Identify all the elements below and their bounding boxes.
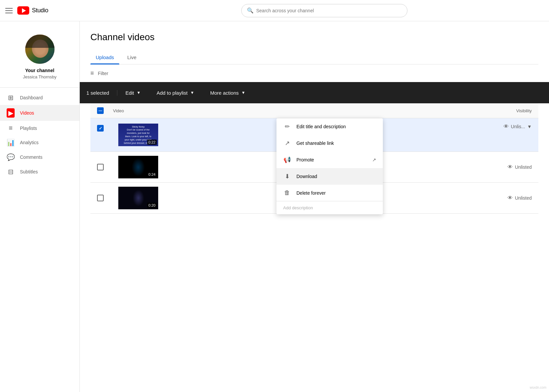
channel-name: Your channel xyxy=(25,68,55,73)
search-box[interactable]: 🔍 xyxy=(241,4,407,17)
download-icon: ⬇ xyxy=(283,173,291,180)
search-icon: 🔍 xyxy=(247,7,254,14)
video-2-thumbnail[interactable]: 0:24 xyxy=(118,156,158,178)
video-2-duration: 0:24 xyxy=(147,172,157,177)
menu-share-label: Get shareable link xyxy=(296,141,376,146)
sidebar: Your channel Jessica Thornsby ⊞ Dashboar… xyxy=(0,21,80,392)
more-actions-dropdown-arrow-icon: ▼ xyxy=(241,90,245,95)
thumb-figure xyxy=(133,190,144,206)
row-3-checkbox-area xyxy=(97,195,113,201)
filter-icon: ≡ xyxy=(90,70,94,77)
app-header: Studio 🔍 xyxy=(0,0,549,21)
sidebar-nav: ⊞ Dashboard ▶ Videos ≡ Playlists 📊 Analy… xyxy=(0,90,79,179)
select-all-checkbox[interactable] xyxy=(97,107,104,114)
main-content: Channel videos Uploads Live ≡ Filter 1 s… xyxy=(80,21,549,392)
avatar-image xyxy=(25,35,55,64)
menu-item-delete[interactable]: 🗑 Delete forever xyxy=(276,185,383,201)
sidebar-item-dashboard[interactable]: ⊞ Dashboard xyxy=(0,90,79,105)
eye-icon: 👁 xyxy=(507,164,513,170)
menu-item-edit-title[interactable]: ✏ Edit title and description xyxy=(276,118,383,135)
video-2-visibility: 👁 Unlisted xyxy=(507,164,532,170)
menu-item-download[interactable]: ⬇ Download xyxy=(276,168,383,185)
sidebar-item-label: Playlists xyxy=(20,126,37,131)
channel-info: Your channel Jessica Thornsby xyxy=(0,27,79,88)
menu-icon[interactable] xyxy=(5,7,13,15)
more-actions-button[interactable]: More actions ▼ xyxy=(202,82,253,103)
visibility-dropdown-icon[interactable]: ▼ xyxy=(527,124,532,129)
add-to-playlist-label: Add to playlist xyxy=(157,90,187,96)
selection-bar: 1 selected Edit ▼ Add to playlist ▼ More… xyxy=(80,82,549,103)
edit-dropdown-arrow-icon: ▼ xyxy=(137,90,141,95)
youtube-logo-icon xyxy=(17,6,29,15)
sidebar-item-videos[interactable]: ▶ Videos xyxy=(0,105,79,121)
tab-uploads[interactable]: Uploads xyxy=(90,50,119,64)
selected-count: 1 selected xyxy=(86,90,117,96)
page-title: Channel videos xyxy=(90,32,538,43)
sidebar-item-label: Dashboard xyxy=(20,95,43,100)
video-column-header: Video xyxy=(113,108,472,113)
studio-label: Studio xyxy=(32,7,48,14)
channel-handle: Jessica Thornsby xyxy=(23,74,56,79)
tabs: Uploads Live xyxy=(90,50,538,64)
table-row: Sticky NoisyDon't be scared of themonste… xyxy=(90,118,538,152)
sidebar-item-analytics[interactable]: 📊 Analytics xyxy=(0,135,79,150)
video-1-visibility: 👁 Unlis... ▼ xyxy=(503,124,532,130)
sidebar-item-label: Subtitles xyxy=(20,169,38,174)
logo-area: Studio xyxy=(17,6,48,15)
trash-icon: 🗑 xyxy=(283,189,291,196)
video-3-duration: 0:20 xyxy=(147,203,157,208)
tab-live[interactable]: Live xyxy=(122,50,142,64)
sidebar-item-label: Analytics xyxy=(20,140,39,145)
videos-icon: ▶ xyxy=(7,108,15,118)
menu-item-promote[interactable]: 📢 Promote ↗ xyxy=(276,151,383,168)
video-3-thumbnail[interactable]: 0:20 xyxy=(118,187,158,209)
dashboard-icon: ⊞ xyxy=(7,94,15,102)
context-menu: ✏ Edit title and description ↗ Get share… xyxy=(276,118,383,214)
sidebar-item-label: Videos xyxy=(20,110,34,116)
edit-label: Edit xyxy=(125,90,134,96)
video-1-duration: 0:22 xyxy=(147,140,157,145)
watermark: wsxdn.com xyxy=(530,386,546,389)
pencil-icon: ✏ xyxy=(283,123,291,130)
filter-bar: ≡ Filter xyxy=(90,64,538,82)
row-3-checkbox[interactable] xyxy=(97,195,104,201)
sidebar-item-subtitles[interactable]: ⊟ Subtitles xyxy=(0,164,79,179)
visibility-column-header: Visibility xyxy=(472,108,532,113)
visibility-label: Unlis... xyxy=(511,124,525,129)
playlist-dropdown-arrow-icon: ▼ xyxy=(190,90,194,95)
menu-item-shareable-link[interactable]: ↗ Get shareable link xyxy=(276,135,383,151)
select-all-checkbox-area xyxy=(97,107,113,114)
video-1-thumbnail[interactable]: Sticky NoisyDon't be scared of themonste… xyxy=(118,124,158,146)
share-icon: ↗ xyxy=(283,140,291,147)
add-to-playlist-button[interactable]: Add to playlist ▼ xyxy=(149,82,202,103)
sidebar-item-label: Comments xyxy=(20,154,43,160)
header-left: Studio xyxy=(5,6,105,15)
edit-button[interactable]: Edit ▼ xyxy=(117,82,149,103)
table-header: Video Visibility xyxy=(90,103,538,118)
row-1-checkbox[interactable] xyxy=(97,125,104,132)
comments-icon: 💬 xyxy=(7,153,15,161)
filter-label[interactable]: Filter xyxy=(98,71,108,76)
eye-icon: 👁 xyxy=(503,124,509,130)
visibility-label: Unlisted xyxy=(515,164,532,170)
promote-icon: 📢 xyxy=(283,156,291,163)
thumb-figure xyxy=(132,158,145,176)
video-3-visibility: 👁 Unlisted xyxy=(507,195,532,201)
add-description-placeholder: Add description xyxy=(276,201,383,214)
search-input[interactable] xyxy=(256,8,402,13)
more-actions-label: More actions xyxy=(210,90,239,96)
avatar xyxy=(25,35,55,64)
search-area: 🔍 xyxy=(105,4,544,17)
menu-delete-label: Delete forever xyxy=(296,190,376,196)
row-2-checkbox-area xyxy=(97,164,113,170)
row-2-checkbox[interactable] xyxy=(97,164,104,170)
menu-promote-label: Promote xyxy=(296,157,367,162)
sidebar-item-playlists[interactable]: ≡ Playlists xyxy=(0,121,79,135)
page-layout: Your channel Jessica Thornsby ⊞ Dashboar… xyxy=(0,21,549,392)
sidebar-item-comments[interactable]: 💬 Comments xyxy=(0,150,79,164)
playlists-icon: ≡ xyxy=(7,124,15,132)
row-1-checkbox-area xyxy=(97,124,113,132)
external-link-icon: ↗ xyxy=(372,157,376,162)
eye-icon: 👁 xyxy=(507,195,513,201)
visibility-label: Unlisted xyxy=(515,195,532,201)
